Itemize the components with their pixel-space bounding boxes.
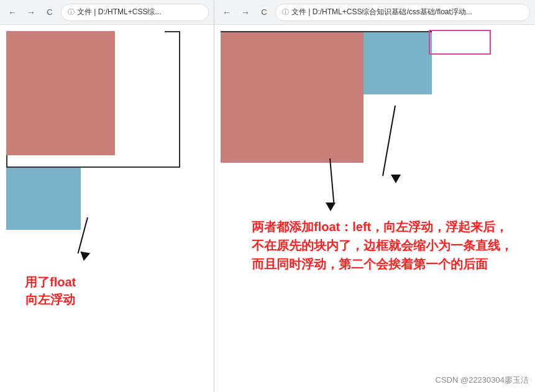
right-demo-area: 两者都添加float：left，向左浮动，浮起来后，不在原先的块内了，边框就会缩… (214, 25, 535, 392)
right-red-block (221, 32, 364, 163)
address-bar-left: ← → C ⓘ 文件 | D:/HTML+CSS综... (0, 0, 214, 25)
left-demo-area: 用了float 向左浮动 (0, 25, 214, 392)
arrow-left (68, 217, 89, 261)
refresh-button-left[interactable]: C (42, 5, 57, 20)
arrow-right-2 (395, 106, 401, 183)
left-white-block (115, 31, 165, 112)
browser-right: ← → C ⓘ 文件 | D:/HTML+CSS综合知识基础/css基础/flo… (214, 0, 535, 392)
left-red-block (6, 31, 115, 155)
url-lock-icon-left: ⓘ (68, 7, 75, 17)
url-text-right: 文件 | D:/HTML+CSS综合知识基础/css基础/float浮动... (291, 7, 472, 17)
back-button-left[interactable]: ← (5, 5, 20, 20)
refresh-button-right[interactable]: C (257, 5, 272, 20)
page-content-left: 用了float 向左浮动 (0, 25, 214, 392)
address-bar-right: ← → C ⓘ 文件 | D:/HTML+CSS综合知识基础/css基础/flo… (214, 0, 535, 25)
label-right: 两者都添加float：left，向左浮动，浮起来后，不在原先的块内了，边框就会缩… (252, 217, 519, 273)
url-bar-right[interactable]: ⓘ 文件 | D:/HTML+CSS综合知识基础/css基础/float浮动..… (275, 4, 530, 21)
back-button-right[interactable]: ← (219, 5, 234, 20)
page-content-right: 两者都添加float：left，向左浮动，浮起来后，不在原先的块内了，边框就会缩… (214, 25, 535, 392)
url-lock-icon-right: ⓘ (282, 7, 289, 17)
label-left: 用了float 向左浮动 (25, 273, 76, 308)
url-bar-left[interactable]: ⓘ 文件 | D:/HTML+CSS综... (61, 4, 209, 21)
browser-container: ← → C ⓘ 文件 | D:/HTML+CSS综... 用了floa (0, 0, 535, 392)
arrow-right-1 (329, 158, 336, 211)
browser-left: ← → C ⓘ 文件 | D:/HTML+CSS综... 用了floa (0, 0, 214, 392)
right-pink-outline (429, 30, 491, 55)
forward-button-left[interactable]: → (24, 5, 39, 20)
url-text-left: 文件 | D:/HTML+CSS综... (77, 7, 161, 17)
forward-button-right[interactable]: → (238, 5, 253, 20)
watermark: CSDN @22230304廖玉洁 (436, 375, 529, 386)
right-blue-block (364, 32, 432, 94)
